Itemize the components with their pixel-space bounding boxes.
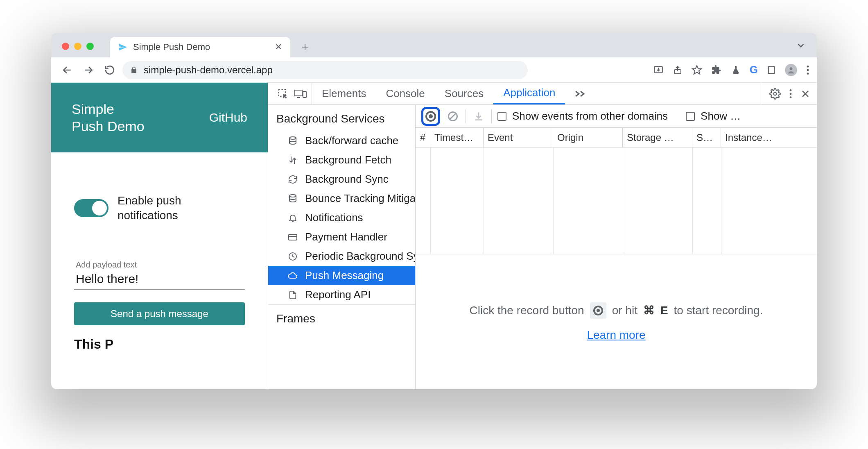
devtools-menu-button[interactable] xyxy=(789,88,792,99)
shortcut-key: E xyxy=(660,304,668,317)
svg-point-8 xyxy=(807,65,809,67)
github-link[interactable]: GitHub xyxy=(209,111,247,125)
col-event[interactable]: Event xyxy=(484,128,553,147)
tab-sources[interactable]: Sources xyxy=(435,83,493,104)
browser-toolbar: simple-push-demo.vercel.app G xyxy=(51,57,817,83)
sidebar-item-payment-handler[interactable]: Payment Handler xyxy=(268,227,415,247)
payload-value: Hello there! xyxy=(76,272,243,286)
document-icon xyxy=(287,289,298,301)
sync-icon xyxy=(287,174,298,185)
empty-text-1: Click the record button xyxy=(470,304,584,317)
credit-card-icon xyxy=(287,231,298,243)
tab-overflow-button[interactable] xyxy=(565,83,597,104)
push-toolbar: Show events from other domains Show … xyxy=(416,105,817,128)
svg-point-17 xyxy=(790,93,792,95)
shortcut-modifier: ⌘ xyxy=(643,304,655,317)
google-account-icon[interactable]: G xyxy=(750,63,758,76)
transfer-arrows-icon xyxy=(287,154,298,166)
sidebar-item-periodic-sync[interactable]: Periodic Background Sync xyxy=(268,247,415,266)
svg-point-10 xyxy=(807,73,809,75)
send-push-button[interactable]: Send a push message xyxy=(74,302,245,325)
svg-point-18 xyxy=(790,96,792,98)
show-checkbox-2[interactable] xyxy=(686,112,695,121)
tab-strip: Simple Push Demo ✕ ＋ xyxy=(51,33,817,57)
profile-avatar[interactable] xyxy=(785,64,797,76)
svg-line-27 xyxy=(450,113,456,119)
window-controls xyxy=(59,43,110,57)
svg-point-16 xyxy=(790,89,792,91)
reading-list-icon[interactable] xyxy=(767,66,776,75)
tab-elements[interactable]: Elements xyxy=(312,83,376,104)
push-messaging-panel: Show events from other domains Show … # … xyxy=(416,105,817,389)
lock-icon xyxy=(130,66,138,74)
clear-button[interactable] xyxy=(446,109,460,123)
reload-button[interactable] xyxy=(101,61,118,79)
maximize-window-button[interactable] xyxy=(86,43,94,50)
svg-point-21 xyxy=(289,137,296,139)
col-storage[interactable]: Storage … xyxy=(623,128,692,147)
share-icon[interactable] xyxy=(673,65,683,75)
inspect-element-icon[interactable] xyxy=(277,88,289,100)
svg-rect-23 xyxy=(289,234,297,240)
close-window-button[interactable] xyxy=(62,43,69,50)
toggle-label: Enable pushnotifications xyxy=(118,193,181,223)
sidebar-item-background-fetch[interactable]: Background Fetch xyxy=(268,150,415,170)
payload-placeholder: Add payload text xyxy=(76,260,243,270)
sidebar-section-frames: Frames xyxy=(268,304,415,331)
empty-text-3: to start recording. xyxy=(674,304,763,317)
col-instance[interactable]: Instance… xyxy=(721,128,817,147)
show-label-2: Show … xyxy=(701,110,741,122)
labs-flask-icon[interactable] xyxy=(731,65,741,75)
col-num[interactable]: # xyxy=(416,128,430,147)
back-button[interactable] xyxy=(59,61,76,79)
payload-field[interactable]: Add payload text Hello there! xyxy=(74,256,245,290)
download-button[interactable] xyxy=(472,109,486,123)
svg-rect-12 xyxy=(295,90,302,96)
install-app-icon[interactable] xyxy=(653,65,664,75)
col-s[interactable]: S… xyxy=(692,128,721,147)
empty-text-2: or hit xyxy=(612,304,637,317)
database-icon xyxy=(287,193,298,204)
sidebar-item-reporting-api[interactable]: Reporting API xyxy=(268,285,415,304)
sidebar-item-back-forward-cache[interactable]: Back/forward cache xyxy=(268,131,415,150)
database-icon xyxy=(287,135,298,147)
col-timestamp[interactable]: Timest… xyxy=(430,128,484,147)
tab-overflow-button[interactable] xyxy=(796,40,806,51)
page-title: SimplePush Demo xyxy=(72,100,145,135)
tab-application[interactable]: Application xyxy=(493,83,565,104)
svg-marker-5 xyxy=(692,66,701,74)
new-tab-button[interactable]: ＋ xyxy=(296,38,314,56)
close-devtools-button[interactable] xyxy=(800,89,810,99)
show-other-domains-label: Show events from other domains xyxy=(512,110,668,122)
svg-rect-6 xyxy=(769,66,775,73)
sidebar-item-bounce-tracking[interactable]: Bounce Tracking Mitigations xyxy=(268,189,415,208)
chrome-menu-button[interactable] xyxy=(806,65,809,75)
sidebar-section-background-services: Background Services xyxy=(268,105,415,131)
record-button[interactable] xyxy=(421,107,440,126)
svg-point-22 xyxy=(289,195,296,197)
truncated-heading: This P xyxy=(74,337,245,352)
extensions-puzzle-icon[interactable] xyxy=(711,65,722,75)
page-header: SimplePush Demo GitHub xyxy=(51,83,268,152)
forward-button[interactable] xyxy=(80,61,97,79)
tab-title: Simple Push Demo xyxy=(133,42,210,52)
settings-gear-icon[interactable] xyxy=(769,88,781,100)
cloud-icon xyxy=(287,270,298,281)
sidebar-item-notifications[interactable]: Notifications xyxy=(268,208,415,227)
device-toolbar-icon[interactable] xyxy=(294,88,307,99)
enable-push-toggle[interactable] xyxy=(74,199,108,217)
svg-point-15 xyxy=(774,92,777,95)
col-origin[interactable]: Origin xyxy=(553,128,623,147)
learn-more-link[interactable]: Learn more xyxy=(587,329,645,342)
browser-tab[interactable]: Simple Push Demo ✕ xyxy=(110,37,290,57)
sidebar-item-background-sync[interactable]: Background Sync xyxy=(268,170,415,189)
address-bar[interactable]: simple-push-demo.vercel.app xyxy=(122,61,528,79)
tab-favicon-icon xyxy=(118,43,127,52)
minimize-window-button[interactable] xyxy=(74,43,81,50)
close-tab-button[interactable]: ✕ xyxy=(275,42,282,52)
tab-console[interactable]: Console xyxy=(376,83,434,104)
show-other-domains-checkbox[interactable] xyxy=(497,112,506,121)
bookmark-star-icon[interactable] xyxy=(692,65,702,75)
sidebar-item-push-messaging[interactable]: Push Messaging xyxy=(268,266,415,285)
events-table-header: # Timest… Event Origin Storage … S… Inst… xyxy=(416,128,817,147)
